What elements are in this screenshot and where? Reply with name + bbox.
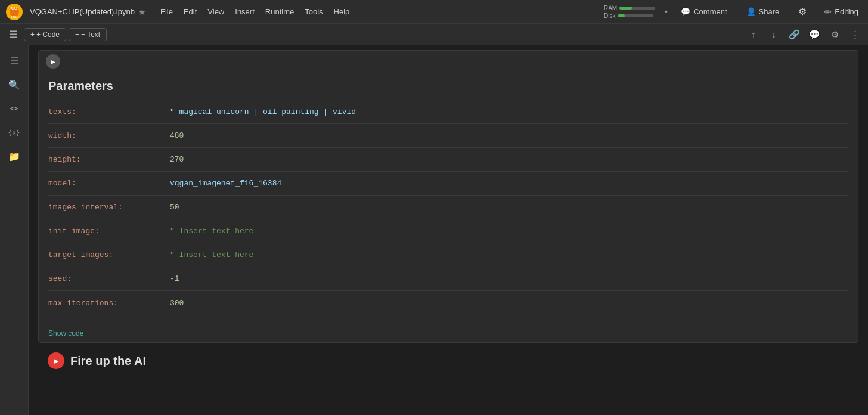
menu-file[interactable]: File	[156, 5, 178, 18]
move-up-button[interactable]: ↑	[745, 26, 762, 43]
add-text-label: + Text	[81, 30, 100, 39]
param-value-height[interactable]: 270	[168, 150, 848, 169]
parameters-title: Parameters	[39, 72, 858, 98]
param-row-width: width: 480	[48, 124, 848, 148]
param-label-height: height:	[48, 150, 168, 169]
param-row-height: height: 270	[48, 148, 848, 172]
content-area: ▶ Parameters texts: " magical unicorn | …	[29, 45, 868, 415]
param-label-model: model:	[48, 174, 168, 193]
ram-label: RAM	[604, 5, 617, 11]
link-icon: 🔗	[789, 29, 800, 40]
add-text-icon: +	[75, 30, 79, 39]
sidebar-item-search[interactable]: 🔍	[4, 74, 25, 95]
param-value-texts[interactable]: " magical unicorn | oil painting | vivid	[168, 103, 848, 121]
ram-disk-indicator: RAM Disk	[604, 5, 655, 19]
comment-icon: 💬	[681, 7, 690, 16]
star-icon[interactable]: ★	[138, 7, 146, 17]
share-button[interactable]: 👤 Share	[740, 5, 786, 18]
param-row-init-image: init_image: " Insert text here	[48, 219, 848, 243]
up-arrow-icon: ↑	[751, 29, 756, 39]
svg-text:PRO: PRO	[11, 15, 18, 18]
ram-progress	[619, 7, 655, 10]
fire-run-button[interactable]: ▶	[48, 352, 64, 369]
move-down-button[interactable]: ↓	[765, 26, 782, 43]
param-value-seed[interactable]: -1	[168, 270, 848, 288]
menu-help[interactable]: Help	[329, 5, 355, 18]
disk-fill	[618, 14, 625, 17]
hamburger-icon: ☰	[9, 29, 17, 40]
editing-badge: ✏ Editing	[820, 5, 863, 19]
add-text-button[interactable]: + + Text	[69, 28, 107, 41]
param-label-width: width:	[48, 126, 168, 145]
param-row-model: model: vqgan_imagenet_f16_16384	[48, 172, 848, 196]
toolbar-right: ↑ ↓ 🔗 💬 ⚙ ⋮	[745, 26, 863, 43]
cell-settings-icon: ⚙	[831, 29, 839, 40]
fire-section: ▶ Fire up the AI	[38, 348, 858, 374]
menu-runtime[interactable]: Runtime	[261, 5, 299, 18]
sidebar-item-variables[interactable]: {x}	[4, 122, 25, 143]
ram-disk-dropdown[interactable]: ▾	[665, 8, 668, 15]
param-grid: texts: " magical unicorn | oil painting …	[39, 98, 858, 324]
param-row-texts: texts: " magical unicorn | oil painting …	[48, 100, 848, 124]
link-button[interactable]: 🔗	[786, 26, 802, 43]
comment-cell-icon: 💬	[809, 29, 820, 40]
notebook-title: VQGAN+CLIP(Updated).ipynb	[30, 7, 135, 16]
param-label-images-interval: images_interval:	[48, 198, 168, 216]
share-icon: 👤	[746, 7, 756, 16]
code-icon: <>	[10, 104, 18, 113]
param-row-seed: seed: -1	[48, 267, 848, 291]
add-code-button[interactable]: + + Code	[24, 28, 66, 41]
top-bar-right: RAM Disk ▾ 💬 Comment 👤 Share ⚙	[604, 4, 863, 20]
param-value-init-image[interactable]: " Insert text here	[168, 222, 848, 240]
param-row-max-iterations: max_iterations: 300	[48, 291, 848, 315]
sidebar-item-files[interactable]: 📁	[4, 145, 25, 167]
param-value-max-iterations[interactable]: 300	[168, 294, 848, 312]
run-icon: ▶	[51, 58, 55, 65]
add-code-icon: +	[30, 30, 35, 39]
param-value-model[interactable]: vqgan_imagenet_f16_16384	[168, 174, 848, 193]
param-label-max-iterations: max_iterations:	[48, 294, 168, 312]
menu-tools[interactable]: Tools	[300, 5, 327, 18]
param-value-images-interval[interactable]: 50	[168, 198, 848, 216]
share-label: Share	[759, 7, 780, 16]
files-icon: 📁	[8, 151, 20, 162]
settings-icon: ⚙	[798, 6, 807, 17]
pencil-icon: ✏	[824, 7, 832, 17]
param-value-target-images[interactable]: " Insert text here	[168, 246, 848, 264]
top-bar: CO PRO VQGAN+CLIP(Updated).ipynb ★ File …	[0, 0, 868, 24]
disk-progress	[618, 14, 653, 17]
more-icon: ⋮	[851, 29, 860, 40]
param-row-target-images: target_images: " Insert text here	[48, 243, 848, 267]
show-code-link[interactable]: Show code	[39, 324, 93, 342]
param-value-width[interactable]: 480	[168, 126, 848, 145]
toc-icon: ☰	[10, 55, 18, 67]
comment-label: Comment	[693, 7, 727, 16]
sidebar-toggle[interactable]: ☰	[5, 26, 21, 43]
add-code-label: + Code	[36, 30, 60, 39]
menu-bar: File Edit View Insert Runtime Tools Help	[156, 5, 354, 18]
disk-label: Disk	[604, 13, 615, 19]
param-row-images-interval: images_interval: 50	[48, 196, 848, 219]
menu-view[interactable]: View	[203, 5, 229, 18]
param-label-seed: seed:	[48, 270, 168, 288]
variables-icon: {x}	[8, 129, 20, 137]
cell-header: ▶	[39, 51, 858, 72]
cell-run-button[interactable]: ▶	[46, 54, 60, 69]
comment-button[interactable]: 💬 Comment	[675, 5, 733, 18]
svg-text:CO: CO	[11, 6, 18, 10]
sidebar: ☰ 🔍 <> {x} 📁	[0, 45, 29, 415]
param-label-init-image: init_image:	[48, 222, 168, 240]
more-options-button[interactable]: ⋮	[847, 26, 863, 43]
sidebar-item-code[interactable]: <>	[4, 98, 25, 119]
settings-button[interactable]: ⚙	[792, 4, 813, 20]
down-arrow-icon: ↓	[771, 29, 776, 39]
toolbar-row: ☰ + + Code + + Text ↑ ↓ 🔗 💬 ⚙ ⋮	[0, 24, 868, 45]
menu-edit[interactable]: Edit	[179, 5, 202, 18]
comment-cell-button[interactable]: 💬	[806, 26, 823, 43]
cell-settings-button[interactable]: ⚙	[826, 26, 843, 43]
param-label-texts: texts:	[48, 103, 168, 121]
fire-title: Fire up the AI	[70, 354, 146, 368]
menu-insert[interactable]: Insert	[230, 5, 259, 18]
sidebar-item-toc[interactable]: ☰	[4, 50, 25, 72]
colab-logo: CO PRO	[5, 2, 24, 21]
